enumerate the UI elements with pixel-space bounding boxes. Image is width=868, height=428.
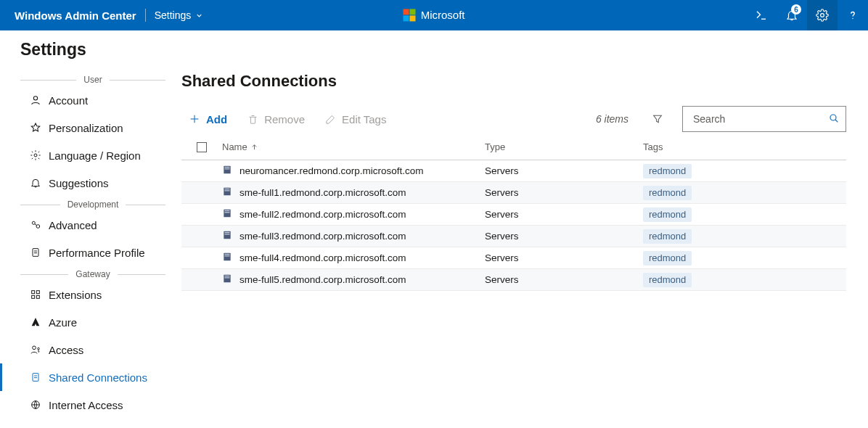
clipboard-icon: [30, 371, 41, 383]
sidebar-item-label: Extensions: [49, 289, 102, 301]
select-all-checkbox[interactable]: [181, 142, 222, 152]
server-icon: [222, 273, 232, 286]
sort-asc-icon: [250, 143, 258, 151]
row-type: Servers: [485, 231, 643, 242]
azure-icon: [30, 316, 41, 328]
cloud-shell-button[interactable]: [746, 0, 777, 30]
sidebar-item-label: Personalization: [49, 122, 123, 134]
star-icon: [30, 122, 41, 133]
pane-title: Shared Connections: [181, 72, 846, 91]
trash-icon: [247, 114, 258, 125]
sidebar-item-label: Shared Connections: [49, 371, 147, 384]
table-header: Name Type Tags: [181, 134, 846, 160]
sidebar-item-label: Azure: [49, 316, 77, 329]
table-row[interactable]: sme-full3.redmond.corp.microsoft.comServ…: [181, 226, 846, 247]
table-row[interactable]: sme-full4.redmond.corp.microsoft.comServ…: [181, 247, 846, 269]
person-icon: [30, 94, 41, 106]
svg-line-6: [835, 120, 838, 122]
sidebar-item-account[interactable]: Account: [0, 86, 179, 114]
svg-point-2: [852, 18, 853, 19]
tag: redmond: [643, 251, 692, 266]
breadcrumb-settings[interactable]: Settings: [155, 9, 204, 21]
row-tags: redmond: [643, 207, 832, 222]
server-icon: [222, 186, 232, 199]
sidebar-item-internet[interactable]: Internet Access: [0, 391, 179, 419]
nav-group-divider: Development: [20, 199, 165, 210]
search-input[interactable]: [692, 112, 828, 125]
gear-icon: [816, 9, 829, 22]
col-name-header[interactable]: Name: [222, 141, 485, 152]
row-name: sme-full3.redmond.corp.microsoft.com: [239, 231, 406, 242]
chevron-down-icon: [195, 12, 203, 20]
settings-button[interactable]: [807, 0, 838, 30]
add-button[interactable]: Add: [181, 107, 234, 131]
sidebar-item-label: Internet Access: [49, 399, 123, 411]
server-icon: [222, 252, 232, 264]
microsoft-logo-icon: [403, 9, 415, 21]
table-row[interactable]: sme-full1.redmond.corp.microsoft.comServ…: [181, 182, 846, 204]
sidebar-item-azure[interactable]: Azure: [0, 308, 179, 336]
row-name-cell: sme-full2.redmond.corp.microsoft.com: [222, 208, 485, 221]
row-type: Servers: [485, 252, 643, 263]
table-row[interactable]: neuromancer.redmond.corp.microsoft.comSe…: [181, 160, 846, 182]
row-name: sme-full4.redmond.corp.microsoft.com: [239, 252, 406, 263]
main-pane: Shared Connections Add Remove Edit Tags …: [179, 31, 868, 428]
sidebar-item-label: Account: [49, 94, 88, 107]
row-name-cell: sme-full1.redmond.corp.microsoft.com: [222, 186, 485, 199]
plus-icon: [189, 113, 200, 125]
edit-tags-button[interactable]: Edit Tags: [318, 107, 393, 131]
sidebar-item-language[interactable]: Language / Region: [0, 141, 179, 169]
col-tags-header[interactable]: Tags: [643, 141, 832, 152]
flask-icon: [30, 219, 41, 231]
sidebar-item-suggestions[interactable]: Suggestions: [0, 169, 179, 197]
sidebar-item-access[interactable]: Access: [0, 336, 179, 363]
divider: [145, 9, 146, 22]
person-key-icon: [30, 344, 41, 355]
row-type: Servers: [485, 165, 643, 176]
notification-badge: 6: [791, 4, 801, 15]
row-type: Servers: [485, 274, 643, 285]
sidebar-item-advanced[interactable]: Advanced: [0, 211, 179, 239]
server-icon: [222, 208, 232, 221]
help-button[interactable]: [838, 0, 868, 30]
table-body: neuromancer.redmond.corp.microsoft.comSe…: [181, 160, 846, 291]
sidebar-item-extensions[interactable]: Extensions: [0, 281, 179, 308]
search-box[interactable]: [682, 106, 846, 132]
table-row[interactable]: sme-full5.redmond.corp.microsoft.comServ…: [181, 269, 846, 291]
table-row[interactable]: sme-full2.redmond.corp.microsoft.comServ…: [181, 204, 846, 226]
remove-button[interactable]: Remove: [240, 107, 312, 131]
row-tags: redmond: [643, 186, 832, 200]
sidebar-item-perf[interactable]: Performance Profile: [0, 239, 179, 266]
tag: redmond: [643, 229, 692, 244]
nav-group-divider: User: [20, 75, 165, 85]
notifications-button[interactable]: 6: [777, 0, 807, 30]
row-name: sme-full1.redmond.corp.microsoft.com: [239, 187, 406, 198]
filter-button[interactable]: [646, 107, 669, 131]
col-type-header[interactable]: Type: [485, 141, 643, 152]
tag: redmond: [643, 164, 692, 178]
search-icon: [828, 112, 840, 126]
row-name-cell: neuromancer.redmond.corp.microsoft.com: [222, 165, 485, 177]
nav-group-label: Development: [60, 199, 126, 210]
sidebar-item-label: Suggestions: [49, 177, 109, 189]
svg-point-5: [830, 115, 836, 120]
add-label: Add: [206, 113, 227, 125]
connections-table: Name Type Tags neuromancer.redmond.corp.…: [181, 134, 846, 291]
server-icon: [222, 165, 232, 177]
tag: redmond: [643, 207, 692, 222]
pencil-icon: [325, 114, 336, 125]
gear-icon: [30, 149, 41, 161]
filter-icon: [652, 113, 663, 125]
breadcrumb-label: Settings: [155, 9, 192, 21]
remove-label: Remove: [264, 113, 305, 125]
console-icon: [755, 9, 768, 22]
row-type: Servers: [485, 209, 643, 220]
nav-group-label: Gateway: [68, 269, 117, 279]
brand: Microsoft: [403, 9, 464, 21]
clipboard-icon: [30, 247, 41, 258]
sidebar-item-shared-connections[interactable]: Shared Connections: [0, 363, 179, 391]
sidebar-item-personalization[interactable]: Personalization: [0, 114, 179, 141]
app-name[interactable]: Windows Admin Center: [0, 9, 136, 22]
row-name-cell: sme-full5.redmond.corp.microsoft.com: [222, 273, 485, 286]
row-name: sme-full5.redmond.corp.microsoft.com: [239, 274, 406, 285]
